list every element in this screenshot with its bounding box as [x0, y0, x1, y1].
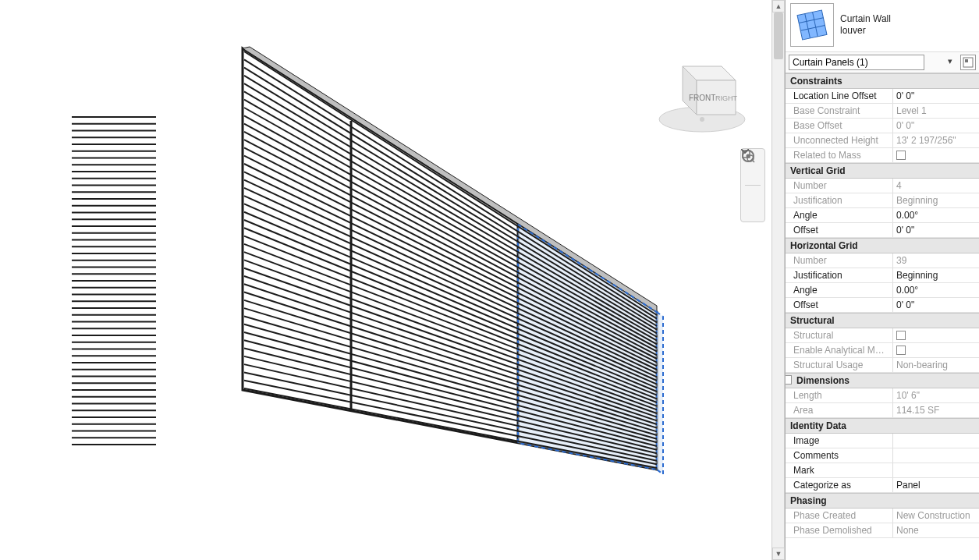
property-row: Phase DemolishedNone	[786, 523, 979, 538]
property-row[interactable]: Image	[786, 434, 979, 448]
property-row[interactable]: Categorize asPanel	[786, 478, 979, 493]
property-value[interactable]: 0' 0"	[893, 298, 979, 312]
type-thumbnail	[790, 3, 834, 47]
property-row: Structural UsageNon-bearing	[786, 358, 979, 373]
zoom-region-icon[interactable]	[743, 188, 762, 207]
property-label: Base Offset	[786, 119, 893, 133]
property-row: Related to Mass	[786, 148, 979, 163]
property-label: Length	[786, 388, 893, 402]
viewport-scrollbar-vertical[interactable]: ▲ ▼	[771, 0, 784, 560]
property-group-header[interactable]: Identity Data	[786, 418, 979, 434]
svg-line-106	[753, 161, 754, 162]
viewport-3d[interactable]: {"x":92,"w":108,"y0":150,"y1":570,"n":48…	[0, 0, 785, 560]
chevron-down-icon[interactable]	[743, 173, 762, 183]
property-row: Unconnected Height13' 2 197/256"	[786, 133, 979, 148]
cube-face-front[interactable]: FRONT	[689, 94, 715, 102]
property-value[interactable]: Beginning	[893, 268, 979, 282]
svg-line-62	[244, 115, 657, 344]
property-label: Justification	[786, 268, 893, 282]
property-value[interactable]	[893, 463, 979, 477]
checkbox-icon	[896, 346, 906, 355]
property-row: Base ConstraintLevel 1	[786, 104, 979, 119]
type-family-label: Curtain Wall	[840, 13, 891, 25]
property-label: Number	[786, 179, 893, 193]
property-row: Number39	[786, 253, 979, 268]
property-group-header[interactable]: Horizontal Grid	[786, 238, 979, 253]
property-row[interactable]: Offset0' 0"	[786, 223, 979, 238]
property-value: 0' 0"	[893, 119, 979, 133]
property-value	[893, 343, 979, 357]
svg-rect-113	[965, 59, 968, 62]
property-value: 10' 6"	[893, 388, 979, 402]
property-label: Structural	[786, 328, 893, 342]
property-label: Unconnected Height	[786, 133, 893, 147]
svg-line-58	[244, 83, 657, 330]
property-value[interactable]: Panel	[893, 478, 979, 492]
properties-panel: Curtain Wall louver ConstraintsLocation …	[785, 0, 979, 560]
property-row: Structural	[786, 328, 979, 343]
property-value[interactable]	[893, 434, 979, 448]
property-row: JustificationBeginning	[786, 193, 979, 208]
property-row[interactable]: Mark	[786, 463, 979, 478]
property-row[interactable]: Location Line Offset0' 0"	[786, 89, 979, 104]
property-value[interactable]: 0.00°	[893, 283, 979, 297]
svg-line-55	[244, 59, 657, 318]
property-row: Number4	[786, 179, 979, 193]
property-label: Location Line Offset	[786, 89, 893, 103]
svg-line-63	[244, 124, 657, 348]
cube-face-right[interactable]: RIGHT	[715, 94, 738, 102]
svg-line-67	[244, 156, 657, 363]
property-label: Area	[786, 403, 893, 417]
property-label: Phase Demolished	[786, 523, 893, 537]
property-value	[893, 148, 979, 162]
property-row[interactable]: Angle0.00°	[786, 283, 979, 298]
type-header[interactable]: Curtain Wall louver	[786, 0, 979, 52]
property-value[interactable]: 0' 0"	[893, 89, 979, 103]
checkbox-icon	[896, 151, 906, 160]
svg-point-101	[700, 117, 704, 122]
property-row: Phase CreatedNew Construction	[786, 509, 979, 523]
properties-grid[interactable]: ConstraintsLocation Line Offset0' 0"Base…	[786, 73, 979, 560]
svg-line-60	[244, 100, 657, 337]
property-group-header[interactable]: Vertical Grid	[786, 163, 979, 179]
edit-type-button[interactable]	[960, 55, 976, 70]
property-value: Non-bearing	[893, 358, 979, 372]
property-label: Offset	[786, 223, 893, 237]
view-cube[interactable]: FRONT RIGHT	[651, 43, 753, 136]
property-row: Enable Analytical Model	[786, 343, 979, 358]
group-title: Phasing	[790, 495, 827, 506]
property-label: Structural Usage	[786, 358, 893, 372]
group-title: Constraints	[790, 76, 842, 87]
group-title: Horizontal Grid	[790, 240, 858, 251]
property-value: New Construction	[893, 509, 979, 523]
scroll-up-icon[interactable]: ▲	[772, 0, 785, 12]
property-value: None	[893, 523, 979, 537]
scroll-thumb[interactable]	[774, 12, 783, 59]
property-value[interactable]: 0' 0"	[893, 223, 979, 237]
property-label: Offset	[786, 298, 893, 312]
property-label: Enable Analytical Model	[786, 343, 893, 357]
property-group-header[interactable]: Dimensions	[786, 373, 979, 388]
property-row[interactable]: JustificationBeginning	[786, 268, 979, 283]
property-label: Base Constraint	[786, 104, 893, 118]
property-row[interactable]: Angle0.00°	[786, 208, 979, 223]
scroll-down-icon[interactable]: ▼	[772, 548, 785, 560]
property-group-header[interactable]: Phasing	[786, 493, 979, 509]
group-title: Structural	[790, 315, 835, 326]
property-row[interactable]: Offset0' 0"	[786, 298, 979, 313]
property-label: Comments	[786, 448, 893, 463]
property-label: Related to Mass	[786, 148, 893, 162]
type-selector[interactable]	[789, 55, 924, 70]
property-value[interactable]	[893, 448, 979, 463]
property-row[interactable]: Comments	[786, 448, 979, 463]
selection-highlight	[518, 225, 663, 474]
navigation-bar[interactable]	[740, 148, 765, 222]
property-group-header[interactable]: Structural	[786, 313, 979, 328]
property-label: Phase Created	[786, 509, 893, 523]
chevron-down-icon[interactable]	[743, 208, 762, 218]
property-group-header[interactable]: Constraints	[786, 73, 979, 89]
property-value[interactable]: 0.00°	[893, 208, 979, 222]
checkbox-icon	[896, 331, 906, 340]
property-row: Area114.15 SF	[786, 403, 979, 418]
property-value: 39	[893, 253, 979, 268]
